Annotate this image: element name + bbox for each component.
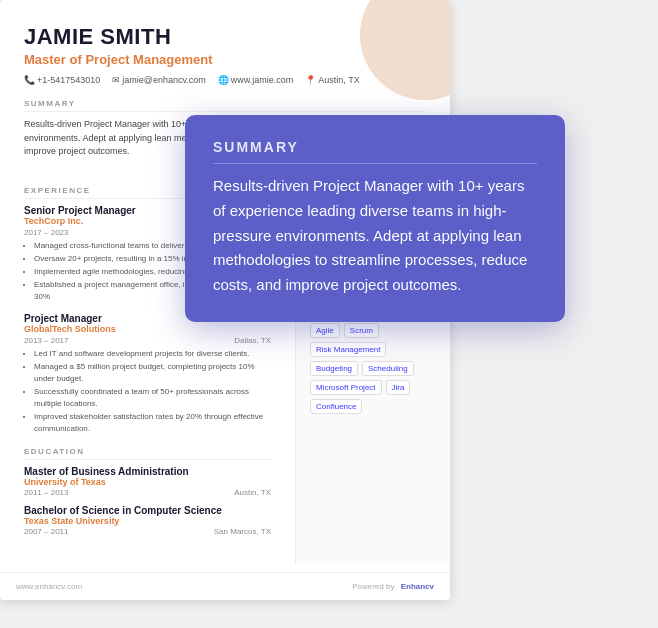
exp-company-1: GlobalTech Solutions — [24, 324, 271, 334]
skill-tag-msproject: Microsoft Project — [310, 380, 382, 395]
exp-location-1: Dallas, TX — [234, 336, 271, 345]
email-contact: ✉ jamie@enhancv.com — [112, 75, 206, 85]
edu-meta-0: 2011 – 2013 Austin, TX — [24, 488, 271, 497]
location-contact: 📍 Austin, TX — [305, 75, 359, 85]
exp-meta-1: 2013 – 2017 Dallas, TX — [24, 336, 271, 345]
education-section: EDUCATION Master of Business Administrat… — [24, 447, 271, 536]
exp-bullets-1: Led IT and software development projects… — [24, 348, 271, 435]
skill-tag-risk: Risk Management — [310, 342, 386, 357]
skills-tags: Agile Scrum Risk Management Budgeting Sc… — [310, 323, 436, 414]
popup-text: Results-driven Project Manager with 10+ … — [213, 174, 537, 298]
edu-school-0: University of Texas — [24, 477, 271, 487]
edu-item-1: Bachelor of Science in Computer Science … — [24, 505, 271, 536]
skill-tag-agile: Agile — [310, 323, 340, 338]
edu-years-0: 2011 – 2013 — [24, 488, 69, 497]
bullet-item: Improved stakeholder satisfaction rates … — [34, 411, 271, 435]
edu-meta-1: 2007 – 2011 San Marcos, TX — [24, 527, 271, 536]
edu-degree-1: Bachelor of Science in Computer Science — [24, 505, 271, 516]
location-icon: 📍 — [305, 75, 316, 85]
web-icon: 🌐 — [218, 75, 229, 85]
edu-years-1: 2007 – 2011 — [24, 527, 69, 536]
edu-school-1: Texas State University — [24, 516, 271, 526]
bullet-item: Led IT and software development projects… — [34, 348, 271, 360]
edu-location-1: San Marcos, TX — [214, 527, 271, 536]
skill-tag-scheduling: Scheduling — [362, 361, 414, 376]
edu-item-0: Master of Business Administration Univer… — [24, 466, 271, 497]
exp-years-0: 2017 – 2023 — [24, 228, 69, 237]
resume-footer: www.enhancv.com Powered by Enhancv — [0, 572, 450, 600]
skill-tag-budgeting: Budgeting — [310, 361, 358, 376]
resume-title: Master of Project Management — [24, 52, 426, 67]
bullet-item: Managed a $5 million project budget, com… — [34, 361, 271, 385]
email-icon: ✉ — [112, 75, 120, 85]
phone-icon: 📞 — [24, 75, 35, 85]
bullet-item: Successfully coordinated a team of 50+ p… — [34, 386, 271, 410]
edu-location-0: Austin, TX — [234, 488, 271, 497]
summary-popup: SUMMARY Results-driven Project Manager w… — [185, 115, 565, 322]
exp-years-1: 2013 – 2017 — [24, 336, 69, 345]
phone-contact: 📞 +1-5417543010 — [24, 75, 100, 85]
experience-item-1: Project Manager GlobalTech Solutions 201… — [24, 313, 271, 435]
education-section-label: EDUCATION — [24, 447, 271, 460]
resume-name: JAMIE SMITH — [24, 24, 426, 50]
edu-degree-0: Master of Business Administration — [24, 466, 271, 477]
popup-section-label: SUMMARY — [213, 139, 537, 164]
footer-brand: Powered by Enhancv — [352, 582, 434, 591]
resume-contact: 📞 +1-5417543010 ✉ jamie@enhancv.com 🌐 ww… — [24, 75, 426, 85]
footer-website: www.enhancv.com — [16, 582, 82, 591]
skill-tag-scrum: Scrum — [344, 323, 379, 338]
summary-section-label: SUMMARY — [24, 99, 426, 112]
skill-tag-confluence: Confluence — [310, 399, 362, 414]
website-contact: 🌐 www.jamie.com — [218, 75, 294, 85]
skill-tag-jira: Jira — [386, 380, 411, 395]
